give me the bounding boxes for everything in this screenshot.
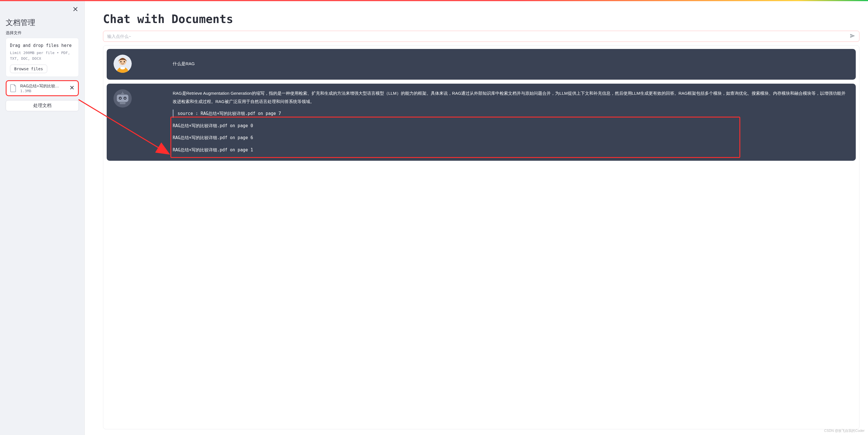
- svg-rect-11: [122, 92, 123, 94]
- sidebar: 文档管理 选择文件 Drag and drop files here Limit…: [0, 1, 85, 435]
- svg-rect-5: [117, 95, 129, 102]
- send-icon: [849, 33, 855, 40]
- chat-input[interactable]: [106, 32, 848, 40]
- uploaded-file-chip: RAG总结+写的比较… 1.3MB: [6, 80, 79, 96]
- uploader-drag-text: Drag and drop files here: [10, 42, 74, 49]
- page-title: Chat with Documents: [103, 12, 860, 26]
- bot-source-line: RAG总结+写的比较详细.pdf on page 1: [173, 146, 849, 154]
- svg-point-2: [120, 61, 122, 62]
- chat-message-bot: RAG是Retrieve Augmentation Generation的缩写，…: [107, 84, 856, 161]
- file-icon: [9, 83, 18, 93]
- file-uploader[interactable]: Drag and drop files here Limit 200MB per…: [6, 38, 79, 77]
- svg-point-8: [120, 98, 121, 99]
- uploaded-file-info: RAG总结+写的比较… 1.3MB: [20, 84, 66, 93]
- bot-message-body: RAG是Retrieve Augmentation Generation的缩写，…: [138, 89, 849, 154]
- remove-file-button[interactable]: [69, 85, 75, 91]
- chat-message-user: 什么是RAG: [107, 49, 856, 80]
- bot-answer-text: RAG是Retrieve Augmentation Generation的缩写，…: [173, 89, 849, 105]
- uploaded-file-name: RAG总结+写的比较…: [20, 84, 66, 89]
- chat-inner: 什么是RAG: [107, 49, 858, 161]
- process-docs-button[interactable]: 处理文档: [6, 100, 79, 111]
- svg-point-3: [124, 61, 125, 62]
- sidebar-close-button[interactable]: [71, 6, 80, 14]
- main-content: Chat with Documents: [85, 1, 868, 435]
- user-avatar: [114, 55, 132, 73]
- bot-avatar: [114, 89, 132, 107]
- uploader-limit-text: Limit 200MB per file • PDF, TXT, DOC, DO…: [10, 50, 74, 61]
- svg-point-9: [124, 98, 125, 99]
- bot-source-quoted: source : RAG总结+写的比较详细.pdf on page 7: [173, 110, 849, 118]
- chat-container[interactable]: 什么是RAG: [103, 45, 860, 429]
- svg-rect-12: [120, 102, 125, 104]
- bot-source-line: RAG总结+写的比较详细.pdf on page 6: [173, 134, 849, 142]
- uploaded-file-size: 1.3MB: [20, 89, 66, 93]
- chat-input-row: [103, 31, 860, 42]
- browse-files-button[interactable]: Browse files: [10, 65, 47, 73]
- watermark-text: CSDN @放飞自我的Coder: [824, 429, 865, 433]
- bot-source-line: RAG总结+写的比较详细.pdf on page 0: [173, 122, 849, 130]
- app-root: 文档管理 选择文件 Drag and drop files here Limit…: [0, 1, 868, 435]
- user-message-text: 什么是RAG: [138, 55, 849, 73]
- close-icon: [73, 7, 78, 12]
- send-button[interactable]: [848, 32, 856, 40]
- file-select-label: 选择文件: [6, 30, 79, 36]
- close-icon: [70, 86, 74, 91]
- sidebar-title: 文档管理: [6, 18, 79, 28]
